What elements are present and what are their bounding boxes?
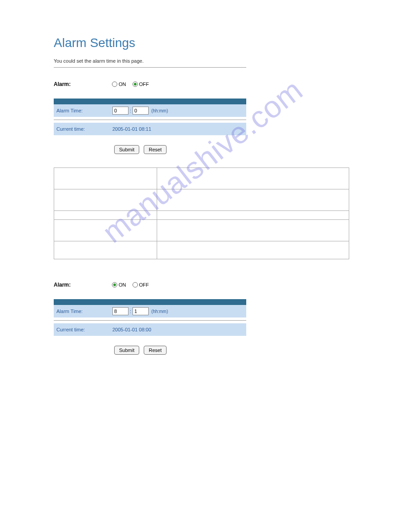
radio-icon xyxy=(112,82,117,87)
table-cell xyxy=(157,220,349,241)
description-table xyxy=(54,167,349,259)
alarm-time-row: Alarm Time: : (hh:mm) xyxy=(54,104,246,117)
colon-icon: : xyxy=(130,309,131,314)
table-row xyxy=(54,241,349,259)
current-time-value: 2005-01-01 08:11 xyxy=(112,126,151,132)
button-row: Submit Reset xyxy=(54,346,246,355)
divider xyxy=(54,67,246,68)
alarm-label: Alarm: xyxy=(54,81,112,87)
reset-button[interactable]: Reset xyxy=(144,346,167,355)
table-cell xyxy=(157,168,349,189)
table-cell xyxy=(54,168,157,189)
table-cell xyxy=(54,189,157,211)
submit-button[interactable]: Submit xyxy=(114,346,139,355)
alarm-toggle-row: Alarm: ON OFF xyxy=(54,81,246,87)
radio-on-label: ON xyxy=(119,282,126,287)
table-cell xyxy=(157,241,349,259)
table-row xyxy=(54,220,349,241)
radio-off-label: OFF xyxy=(139,282,149,287)
table-cell xyxy=(54,220,157,241)
current-time-row: Current time: 2005-01-01 08:00 xyxy=(54,323,246,336)
table-cell xyxy=(54,241,157,259)
time-format-hint: (hh:mm) xyxy=(151,309,168,314)
radio-icon xyxy=(112,282,117,287)
table-cell xyxy=(157,189,349,211)
alarm-on-radio[interactable]: ON xyxy=(112,282,126,287)
current-time-row: Current time: 2005-01-01 08:11 xyxy=(54,123,246,135)
alarm-minute-input[interactable] xyxy=(133,107,149,115)
alarm-time-row: Alarm Time: : (hh:mm) xyxy=(54,305,246,317)
alarm-radio-group: ON OFF xyxy=(112,282,149,287)
alarm-off-radio[interactable]: OFF xyxy=(133,82,149,87)
header-bar xyxy=(54,99,246,104)
radio-icon xyxy=(133,282,138,287)
reset-button[interactable]: Reset xyxy=(144,145,167,154)
alarm-form-off: Alarm: ON OFF Alarm Time: : (hh:mm) Cur xyxy=(54,81,246,154)
radio-off-label: OFF xyxy=(139,82,149,87)
alarm-time-label: Alarm Time: xyxy=(56,309,112,314)
header-bar xyxy=(54,299,246,305)
time-format-hint: (hh:mm) xyxy=(151,108,168,113)
divider xyxy=(54,320,246,321)
table-cell xyxy=(157,211,349,220)
alarm-radio-group: ON OFF xyxy=(112,82,149,87)
current-time-label: Current time: xyxy=(56,327,112,332)
current-time-label: Current time: xyxy=(56,126,112,132)
colon-icon: : xyxy=(130,108,131,113)
current-time-value: 2005-01-01 08:00 xyxy=(112,327,151,332)
alarm-off-radio[interactable]: OFF xyxy=(133,282,149,287)
table-row xyxy=(54,211,349,220)
alarm-form-on: Alarm: ON OFF Alarm Time: : (hh:mm) Cur xyxy=(54,282,246,355)
table-row xyxy=(54,168,349,189)
alarm-label: Alarm: xyxy=(54,282,112,288)
table-cell xyxy=(54,211,157,220)
alarm-time-label: Alarm Time: xyxy=(56,108,112,113)
alarm-toggle-row: Alarm: ON OFF xyxy=(54,282,246,288)
radio-on-label: ON xyxy=(119,82,126,87)
table-row xyxy=(54,189,349,211)
alarm-minute-input[interactable] xyxy=(133,307,149,315)
alarm-hour-input[interactable] xyxy=(112,307,128,315)
alarm-on-radio[interactable]: ON xyxy=(112,82,126,87)
divider xyxy=(54,120,246,120)
submit-button[interactable]: Submit xyxy=(114,145,139,154)
radio-icon xyxy=(133,82,138,87)
page-title: Alarm Settings xyxy=(54,36,357,50)
page-subtitle: You could set the alarm time in this pag… xyxy=(54,58,357,64)
button-row: Submit Reset xyxy=(54,145,246,154)
alarm-hour-input[interactable] xyxy=(112,107,128,115)
